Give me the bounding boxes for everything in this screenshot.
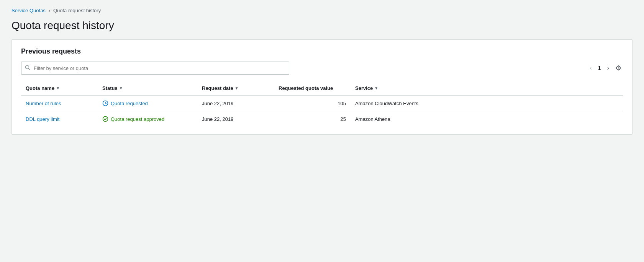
col-header-quota-name: Quota name ▼ <box>21 82 98 95</box>
search-icon <box>25 65 30 72</box>
col-header-status: Status ▼ <box>98 82 197 95</box>
sort-icon-request-date: ▼ <box>235 86 239 90</box>
table-row: DDL query limit Quota request approvedJu… <box>21 111 623 127</box>
requests-table: Quota name ▼ Status ▼ Request date ▼ <box>21 82 623 127</box>
chevron-left-icon: ‹ <box>590 65 592 72</box>
col-header-request-date-label: Request date <box>202 85 233 91</box>
sort-icon-status: ▼ <box>119 86 123 90</box>
col-header-service-label: Service <box>355 85 373 91</box>
request-date-cell: June 22, 2019 <box>197 95 274 111</box>
col-header-service: Service ▼ <box>351 82 623 95</box>
pagination-next-button[interactable]: › <box>605 63 611 73</box>
service-cell: Amazon Athena <box>351 111 623 127</box>
breadcrumb-service-quotas-link[interactable]: Service Quotas <box>11 8 46 13</box>
approved-icon <box>102 116 108 122</box>
table-row: Number of rules Quota requestedJune 22, … <box>21 95 623 111</box>
requested-quota-value-cell: 105 <box>274 95 351 111</box>
col-header-status-label: Status <box>102 85 118 91</box>
breadcrumb-separator: › <box>49 8 50 13</box>
search-input[interactable] <box>21 62 289 75</box>
pagination-page-number: 1 <box>596 65 603 71</box>
breadcrumb-current: Quota request history <box>53 8 101 13</box>
table-header-row: Quota name ▼ Status ▼ Request date ▼ <box>21 82 623 95</box>
status-cell: Quota requested <box>102 100 193 106</box>
quota-name-link[interactable]: Number of rules <box>26 101 61 106</box>
status-text: Quota request approved <box>111 116 164 122</box>
svg-line-1 <box>29 68 30 70</box>
card-title: Previous requests <box>21 47 623 55</box>
pagination-prev-button[interactable]: ‹ <box>587 63 594 73</box>
service-cell: Amazon CloudWatch Events <box>351 95 623 111</box>
requested-quota-value-cell: 25 <box>274 111 351 127</box>
page-title: Quota request history <box>11 20 633 32</box>
search-wrapper <box>21 62 289 75</box>
quota-name-link[interactable]: DDL query limit <box>26 116 59 122</box>
status-text: Quota requested <box>111 101 148 106</box>
breadcrumb: Service Quotas › Quota request history <box>11 8 633 13</box>
pending-icon <box>102 100 108 106</box>
chevron-right-icon: › <box>607 65 609 72</box>
gear-icon: ⚙ <box>615 64 621 72</box>
pagination-controls: ‹ 1 › ⚙ <box>587 62 623 74</box>
col-header-request-date: Request date ▼ <box>197 82 274 95</box>
table-settings-button[interactable]: ⚙ <box>614 62 623 74</box>
request-date-cell: June 22, 2019 <box>197 111 274 127</box>
search-pagination-row: ‹ 1 › ⚙ <box>21 62 623 75</box>
svg-point-3 <box>103 117 108 122</box>
sort-icon-quota-name: ▼ <box>56 86 60 90</box>
sort-icon-service: ▼ <box>374 86 378 90</box>
col-header-quota-name-label: Quota name <box>26 85 54 91</box>
col-header-requested-quota-value-label: Requested quota value <box>279 85 333 91</box>
previous-requests-card: Previous requests ‹ 1 › ⚙ <box>11 39 633 135</box>
col-header-requested-quota-value: Requested quota value <box>274 82 351 95</box>
status-cell: Quota request approved <box>102 116 193 122</box>
